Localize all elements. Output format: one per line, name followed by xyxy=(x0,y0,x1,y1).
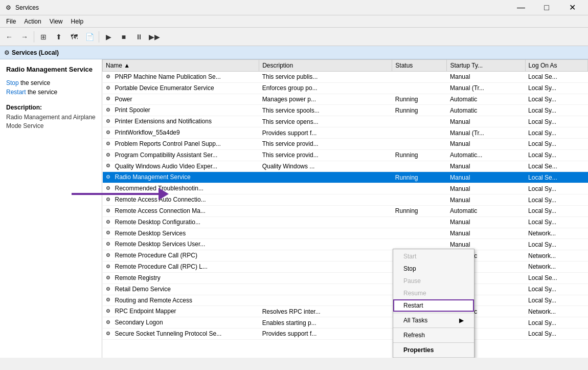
description-label: Description: xyxy=(6,104,96,111)
show-hide-button[interactable]: ⊞ xyxy=(36,30,51,44)
service-desc-cell xyxy=(259,205,392,216)
service-logon-cell: Local Sy... xyxy=(525,295,587,306)
col-header-startup[interactable]: Startup Ty... xyxy=(447,60,525,72)
context-menu-separator xyxy=(393,357,474,358)
service-icon: ⚙ xyxy=(106,208,113,215)
service-logon-cell: Local Sy... xyxy=(525,82,587,94)
table-row[interactable]: ⚙Portable Device Enumerator ServiceEnfor… xyxy=(103,82,588,94)
services-scroll[interactable]: Name ▲ Description Status Startup Ty... … xyxy=(102,59,588,358)
service-icon: ⚙ xyxy=(106,241,113,248)
service-status-cell xyxy=(392,228,447,239)
service-name-cell: ⚙Secondary Logon xyxy=(103,317,259,329)
table-row[interactable]: ⚙Print SpoolerThis service spools...Runn… xyxy=(103,105,588,116)
table-row[interactable]: ⚙Remote RegistryDisabledLocal Se... xyxy=(103,272,588,284)
service-status-cell xyxy=(392,216,447,228)
service-name-cell: ⚙Portable Device Enumerator Service xyxy=(103,82,259,94)
service-name-cell: ⚙Remote Procedure Call (RPC) L... xyxy=(103,262,259,273)
table-row[interactable]: ⚙PowerManages power p...RunningAutomatic… xyxy=(103,94,588,105)
pause-button[interactable]: ⏸ xyxy=(132,30,146,44)
table-row[interactable]: ⚙Printer Extensions and NotificationsThi… xyxy=(103,116,588,127)
col-header-status[interactable]: Status xyxy=(392,60,447,72)
table-row[interactable]: ⚙Radio Management ServiceRunningManualLo… xyxy=(103,172,588,183)
context-menu-item-restart[interactable]: Restart xyxy=(393,299,474,312)
stop-button[interactable]: ■ xyxy=(117,30,131,44)
restart-link[interactable]: Restart xyxy=(6,89,26,96)
context-menu-item-refresh[interactable]: Refresh xyxy=(393,329,474,341)
table-row[interactable]: ⚙PrintWorkflow_55a4de9Provides support f… xyxy=(103,127,588,139)
table-row[interactable]: ⚙Remote Procedure Call (RPC)RunningAutom… xyxy=(103,250,588,262)
title-bar-controls: — □ ✕ xyxy=(509,0,584,15)
table-row[interactable]: ⚙Routing and Remote AccessDisabledLocal … xyxy=(103,295,588,306)
service-startup-cell: Manual xyxy=(447,138,525,149)
services-area: Name ▲ Description Status Startup Ty... … xyxy=(102,59,588,358)
table-row[interactable]: ⚙Remote Access Connection Ma...RunningAu… xyxy=(103,205,588,216)
service-name-cell: ⚙Print Spooler xyxy=(103,105,259,116)
stop-action: Stop the service xyxy=(6,79,96,86)
context-menu: StartStopPauseResumeRestartAll Tasks▶Ref… xyxy=(393,249,474,358)
table-row[interactable]: ⚙Secure Socket Tunneling Protocol Se...P… xyxy=(103,329,588,340)
table-row[interactable]: ⚙Remote Desktop ServicesManualNetwork... xyxy=(103,228,588,239)
col-header-description[interactable]: Description xyxy=(259,60,392,72)
service-status-cell xyxy=(392,183,447,194)
table-row[interactable]: ⚙Remote Desktop Services User...ManualLo… xyxy=(103,239,588,250)
context-menu-separator xyxy=(393,313,474,313)
table-row[interactable]: ⚙PNRP Machine Name Publication Se...This… xyxy=(103,72,588,83)
table-row[interactable]: ⚙Program Compatibility Assistant Ser...T… xyxy=(103,149,588,161)
service-icon: ⚙ xyxy=(106,331,113,338)
col-header-logon[interactable]: Log On As xyxy=(525,60,587,72)
content-area: Radio Management Service Stop the servic… xyxy=(0,59,588,358)
service-name-cell: ⚙Power xyxy=(103,94,259,105)
title-bar-text: Services xyxy=(15,4,509,11)
table-row[interactable]: ⚙Remote Desktop Configuratio...ManualLoc… xyxy=(103,216,588,228)
service-icon: ⚙ xyxy=(106,297,113,304)
menu-view[interactable]: View xyxy=(46,17,67,26)
submenu-arrow-icon: ▶ xyxy=(459,317,464,324)
menu-help[interactable]: Help xyxy=(67,17,88,26)
minimize-button[interactable]: — xyxy=(509,0,533,15)
close-button[interactable]: ✕ xyxy=(560,0,584,15)
context-menu-item-all-tasks[interactable]: All Tasks▶ xyxy=(393,314,474,327)
map-button[interactable]: 🗺 xyxy=(67,30,81,44)
context-menu-item-properties[interactable]: Properties xyxy=(393,344,474,356)
forward-button[interactable]: → xyxy=(17,30,32,44)
play-button[interactable]: ▶ xyxy=(101,30,116,44)
service-status-cell: Running xyxy=(392,105,447,116)
context-menu-separator xyxy=(393,328,474,328)
context-menu-item-stop[interactable]: Stop xyxy=(393,263,474,275)
service-desc-cell xyxy=(259,262,392,273)
service-icon: ⚙ xyxy=(106,74,113,81)
table-row[interactable]: ⚙Quality Windows Audio Video Exper...Qua… xyxy=(103,161,588,172)
service-desc-cell xyxy=(259,172,392,183)
table-row[interactable]: ⚙Remote Procedure Call (RPC) L...ManualN… xyxy=(103,262,588,273)
stop-link[interactable]: Stop xyxy=(6,79,19,86)
table-row[interactable]: ⚙RPC Endpoint MapperResolves RPC inter..… xyxy=(103,306,588,317)
new-button[interactable]: 📄 xyxy=(82,30,97,44)
table-row[interactable]: ⚙Recommended Troubleshootin...ManualLoca… xyxy=(103,183,588,194)
restart-button[interactable]: ▶▶ xyxy=(147,30,162,44)
service-logon-cell: Local Sy... xyxy=(525,94,587,105)
table-row[interactable]: ⚙Problem Reports Control Panel Supp...Th… xyxy=(103,138,588,149)
table-row[interactable]: ⚙Remote Access Auto Connectio...ManualLo… xyxy=(103,194,588,206)
service-name-cell: ⚙Radio Management Service xyxy=(103,172,259,183)
back-button[interactable]: ← xyxy=(2,30,16,44)
menu-file[interactable]: File xyxy=(2,17,20,26)
service-name-cell: ⚙Remote Access Connection Ma... xyxy=(103,205,259,216)
service-logon-cell: Local Sy... xyxy=(525,216,587,228)
service-desc-cell: This service opens... xyxy=(259,116,392,127)
service-icon: ⚙ xyxy=(106,230,113,237)
service-startup-cell: Manual xyxy=(447,161,525,172)
service-name-cell: ⚙Quality Windows Audio Video Exper... xyxy=(103,161,259,172)
service-logon-cell: Local Sy... xyxy=(525,194,587,206)
service-name-cell: ⚙Remote Desktop Services xyxy=(103,228,259,239)
col-header-name[interactable]: Name ▲ xyxy=(103,60,259,72)
nav-bar-icon: ⚙ xyxy=(4,49,10,56)
service-logon-cell: Local Sy... xyxy=(525,105,587,116)
service-icon: ⚙ xyxy=(106,219,113,226)
maximize-button[interactable]: □ xyxy=(535,0,558,15)
table-row[interactable]: ⚙Secondary LogonEnables starting p...Run… xyxy=(103,317,588,329)
selected-service-title: Radio Management Service xyxy=(6,66,96,73)
up-button[interactable]: ⬆ xyxy=(52,30,66,44)
table-row[interactable]: ⚙Retail Demo ServiceManualLocal Sy... xyxy=(103,284,588,295)
menu-action[interactable]: Action xyxy=(20,17,45,26)
service-logon-cell: Network... xyxy=(525,250,587,262)
